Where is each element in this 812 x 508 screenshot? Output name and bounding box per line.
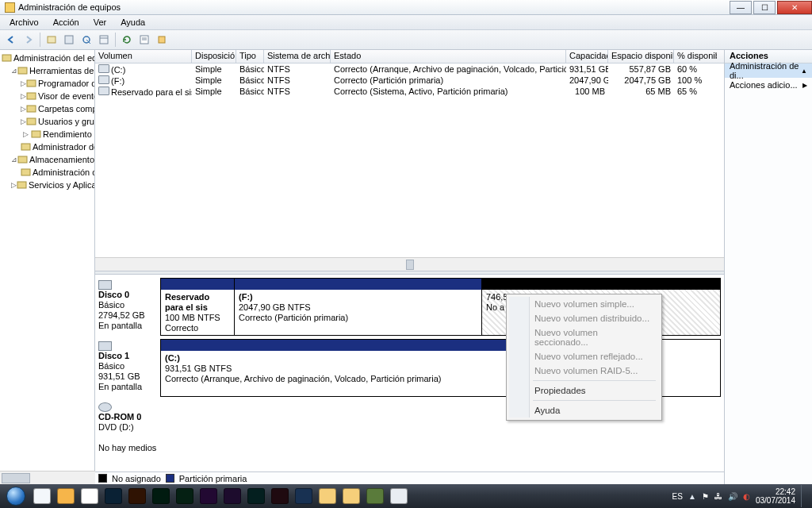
tree-twisty-icon[interactable]: ▷: [21, 117, 26, 125]
tree-item[interactable]: ▷Usuarios y grupos: [0, 115, 94, 128]
col-volume[interactable]: Volumen: [95, 50, 192, 63]
taskbar-app[interactable]: [387, 485, 411, 507]
cell-fs: NTFS: [264, 87, 331, 96]
toolbar-btn-2[interactable]: [61, 32, 77, 48]
taskbar-app[interactable]: [244, 485, 268, 507]
toolbar-btn-4[interactable]: [96, 32, 112, 48]
forward-button[interactable]: [21, 32, 36, 48]
taskbar-app[interactable]: [292, 485, 316, 507]
menu-view[interactable]: Ver: [87, 16, 113, 29]
taskbar-app[interactable]: [78, 485, 102, 507]
tray-network-icon[interactable]: 🖧: [714, 492, 722, 501]
tree-item[interactable]: ⊿Almacenamiento: [0, 153, 94, 166]
taskbar-app[interactable]: [54, 485, 78, 507]
svg-rect-17: [21, 144, 30, 150]
menu-help[interactable]: Ayuda: [114, 16, 151, 29]
taskbar-app[interactable]: [197, 485, 220, 507]
taskbar-app[interactable]: [102, 485, 125, 507]
cell-capacity: 100 MB: [566, 87, 608, 96]
disk-meta[interactable]: Disco 0 Básico 2794,52 GB En pantalla: [98, 278, 160, 336]
menu-action[interactable]: Acción: [47, 16, 86, 29]
disk-name: Disco 0: [98, 290, 129, 299]
tree-item[interactable]: Administración del equip: [0, 52, 94, 64]
toolbar-btn-7[interactable]: [154, 32, 170, 48]
col-pct[interactable]: % disponibl: [674, 50, 717, 63]
col-status[interactable]: Estado: [331, 50, 566, 63]
disk-meta[interactable]: Disco 1 Básico 931,51 GB En pantalla: [98, 339, 160, 397]
actions-title-row[interactable]: Administración de di... ▲: [725, 64, 812, 78]
tray-clock[interactable]: 22:42 03/07/2014: [756, 487, 795, 505]
tree-twisty-icon[interactable]: ⊿: [11, 156, 17, 164]
tree-item[interactable]: ▷Programador de t: [0, 77, 94, 90]
tree-computer-icon: [2, 53, 12, 64]
col-free[interactable]: Espacio disponible: [608, 50, 674, 63]
ctx-help[interactable]: Ayuda: [509, 403, 659, 418]
tree-twisty-icon[interactable]: ▷: [21, 79, 26, 87]
tree-item[interactable]: ▷Rendimiento: [0, 128, 94, 140]
tray-flag-icon[interactable]: ⚑: [702, 492, 709, 501]
toolbar-refresh-icon[interactable]: [119, 32, 135, 48]
col-type[interactable]: Tipo: [236, 50, 264, 63]
tree-item[interactable]: Administrador de: [0, 140, 94, 153]
tree-item[interactable]: ▷Carpetas compart: [0, 102, 94, 115]
start-button[interactable]: [2, 485, 30, 507]
col-filesystem[interactable]: Sistema de archivos: [264, 50, 331, 63]
app-icon: [343, 488, 360, 504]
tree-twisty-icon[interactable]: ▷: [21, 130, 30, 138]
cell-capacity: 931,51 GB: [566, 64, 608, 74]
maximize-button[interactable]: ☐: [753, 1, 776, 14]
close-button[interactable]: ✕: [777, 1, 812, 14]
tree-item[interactable]: Administración de: [0, 166, 94, 179]
taskbar-app[interactable]: [316, 485, 339, 507]
tree-twisty-icon[interactable]: ▷: [21, 92, 26, 100]
navigation-tree[interactable]: Administración del equip⊿Herramientas de…: [0, 50, 95, 484]
taskbar-app[interactable]: [30, 485, 54, 507]
disk-status: En pantalla: [98, 321, 142, 330]
tree-item[interactable]: ⊿Herramientas del sist: [0, 64, 94, 77]
taskbar-app[interactable]: [268, 485, 292, 507]
show-desktop-button[interactable]: [801, 485, 807, 507]
tray-arrow-icon[interactable]: ▲: [688, 492, 696, 500]
minimize-button[interactable]: —: [730, 1, 752, 14]
partition[interactable]: (F:) 2047,90 GB NTFS Correcto (Partición…: [235, 290, 482, 335]
partition-line3: No a: [486, 302, 504, 312]
col-capacity[interactable]: Capacidad: [566, 50, 608, 63]
taskbar-app[interactable]: [125, 485, 149, 507]
tree-item[interactable]: ▷Servicios y Aplicacion: [0, 179, 94, 191]
taskbar-app[interactable]: [339, 485, 363, 507]
tree-item[interactable]: ▷Visor de eventos: [0, 90, 94, 102]
volume-row[interactable]: (C:)SimpleBásicoNTFSCorrecto (Arranque, …: [95, 64, 724, 75]
taskbar-app[interactable]: [220, 485, 244, 507]
system-tray[interactable]: ES ▲ ⚑ 🖧 🔊 ◐ 22:42 03/07/2014: [672, 485, 812, 507]
taskbar-app[interactable]: [363, 485, 387, 507]
toolbar-btn-3[interactable]: [79, 32, 94, 48]
svg-rect-0: [48, 37, 56, 43]
svg-rect-14: [27, 106, 36, 112]
ctx-new-striped[interactable]: Nuevo volumen seccionado...: [509, 325, 659, 349]
col-layout[interactable]: Disposición: [192, 50, 236, 63]
toolbar-btn-6[interactable]: [136, 32, 152, 48]
volume-row[interactable]: (F:)SimpleBásicoNTFSCorrecto (Partición …: [95, 75, 724, 86]
toolbar-btn-1[interactable]: [44, 32, 59, 48]
volume-list[interactable]: (C:)SimpleBásicoNTFSCorrecto (Arranque, …: [95, 64, 724, 257]
ctx-new-raid5[interactable]: Nuevo volumen RAID-5...: [509, 364, 659, 378]
tray-volume-icon[interactable]: 🔊: [728, 492, 737, 501]
partition[interactable]: Reservado para el sis 100 MB NTFS Correc…: [161, 290, 235, 335]
tray-update-icon[interactable]: ◐: [743, 492, 750, 501]
taskbar-app[interactable]: [173, 485, 197, 507]
app-icon: [366, 488, 384, 504]
tree-twisty-icon[interactable]: ▷: [11, 181, 17, 189]
ctx-new-mirrored[interactable]: Nuevo volumen reflejado...: [509, 349, 659, 364]
list-horizontal-scrollbar[interactable]: [95, 257, 724, 271]
menu-file[interactable]: Archivo: [3, 16, 45, 29]
taskbar-app[interactable]: [149, 485, 173, 507]
tree-twisty-icon[interactable]: ⊿: [11, 67, 17, 75]
volume-row[interactable]: Reservado para el sistemaSimpleBásicoNTF…: [95, 86, 724, 97]
ctx-properties[interactable]: Propiedades: [509, 383, 659, 398]
back-button[interactable]: [3, 32, 19, 48]
tray-language[interactable]: ES: [672, 492, 683, 501]
tree-horizontal-scrollbar[interactable]: [0, 471, 95, 484]
ctx-new-spanned[interactable]: Nuevo volumen distribuido...: [509, 311, 659, 325]
tree-twisty-icon[interactable]: ▷: [21, 105, 26, 113]
ctx-new-simple[interactable]: Nuevo volumen simple...: [509, 297, 659, 311]
